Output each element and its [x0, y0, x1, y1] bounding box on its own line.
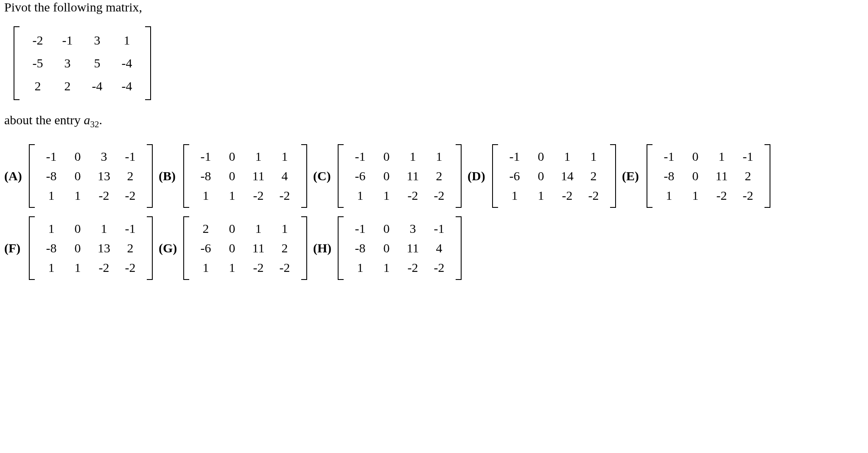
option-label: (A) [4, 169, 25, 183]
matrix-cell: 0 [528, 147, 554, 166]
matrix-cell: -1 [501, 147, 528, 166]
matrix-cell: 0 [528, 166, 554, 186]
matrix-cell: 2 [193, 219, 219, 238]
matrix-row: -1011 [501, 147, 607, 166]
matrix-cell: -1 [38, 147, 64, 166]
matrix-row: 11-2-2 [656, 186, 761, 205]
option-matrix: 2011-6011211-2-2 [183, 216, 307, 280]
matrix-row: 11-2-2 [38, 258, 143, 277]
matrix-cell: -2 [400, 258, 426, 277]
matrix-cell: -2 [245, 186, 272, 205]
matrix-cell: 1 [112, 29, 142, 52]
matrix-cell: 3 [91, 147, 117, 166]
question-line-1: Pivot the following matrix, [4, 0, 864, 14]
matrix-cell: -6 [193, 238, 219, 258]
matrix-cell: 2 [23, 75, 53, 98]
matrix-cell: -2 [426, 186, 452, 205]
matrix-body: 2011-6011211-2-2 [189, 216, 301, 280]
matrix-cell: 11 [245, 166, 272, 186]
matrix-cell: -2 [272, 186, 298, 205]
answer-option: (H)-103-1-8011411-2-2 [313, 215, 464, 282]
matrix-row: -80132 [38, 166, 143, 186]
matrix-row: 11-2-2 [193, 258, 298, 277]
matrix-cell: -8 [193, 166, 219, 186]
matrix-row: -80114 [347, 238, 452, 258]
matrix-cell: 1 [219, 186, 245, 205]
matrix-cell: -2 [708, 186, 735, 205]
option-label: (G) [159, 241, 180, 255]
matrix-cell: -2 [426, 258, 452, 277]
matrix-row: -2-131 [23, 29, 142, 52]
bracket-right-icon [301, 216, 307, 280]
matrix-cell: -5 [23, 52, 53, 75]
matrix-cell: 0 [373, 219, 400, 238]
matrix-cell: 13 [91, 166, 117, 186]
matrix-cell: 1 [245, 219, 272, 238]
question-subscript: 32 [90, 119, 99, 129]
matrix-cell: -1 [347, 219, 373, 238]
matrix-row: -60112 [347, 166, 452, 186]
matrix-cell: -2 [91, 258, 117, 277]
matrix-cell: 2 [117, 238, 143, 258]
bracket-right-icon [764, 144, 770, 208]
matrix-cell: 0 [219, 219, 245, 238]
bracket-left-icon [338, 144, 344, 208]
matrix-cell: 1 [272, 219, 298, 238]
matrix-cell: 4 [426, 238, 452, 258]
matrix-cell: 3 [400, 219, 426, 238]
answer-option: (D)-1011-6014211-2-2 [468, 143, 619, 210]
matrix-cell: 2 [426, 166, 452, 186]
matrix-cell: 1 [64, 186, 91, 205]
matrix-cell: 2 [53, 75, 82, 98]
matrix-cell: 1 [193, 258, 219, 277]
matrix-cell: 1 [64, 258, 91, 277]
matrix-body: -1011-8011411-2-2 [189, 144, 301, 208]
matrix-cell: -1 [53, 29, 82, 52]
answer-option: (C)-1011-6011211-2-2 [313, 143, 464, 210]
matrix-cell: 2 [272, 238, 298, 258]
matrix-cell: 1 [373, 186, 400, 205]
matrix-row: -80114 [193, 166, 298, 186]
matrix-cell: -2 [735, 186, 761, 205]
bracket-left-icon [29, 216, 35, 280]
matrix-cell: 1 [580, 147, 607, 166]
matrix-cell: -1 [193, 147, 219, 166]
matrix-cell: 0 [219, 166, 245, 186]
matrix-cell: -1 [347, 147, 373, 166]
matrix-cell: -8 [347, 238, 373, 258]
bracket-right-icon [301, 144, 307, 208]
matrix-cell: 0 [373, 166, 400, 186]
matrix-cell: 1 [38, 258, 64, 277]
matrix-cell: -8 [38, 238, 64, 258]
matrix-row: -80132 [38, 238, 143, 258]
matrix-cell: -4 [82, 75, 112, 98]
matrix-cell: -4 [112, 52, 142, 75]
bracket-left-icon [183, 144, 189, 208]
matrix-cell: 1 [91, 219, 117, 238]
main-matrix-container: -2-131-535-422-4-4 [11, 25, 864, 102]
matrix-cell: -2 [554, 186, 580, 205]
matrix-cell: 11 [400, 238, 426, 258]
matrix-cell: -8 [656, 166, 682, 186]
option-matrix: -1011-6014211-2-2 [492, 144, 616, 208]
matrix-cell: 3 [82, 29, 112, 52]
matrix-row: -60142 [501, 166, 607, 186]
answer-option: (B)-1011-8011411-2-2 [159, 143, 310, 210]
matrix-cell: 1 [682, 186, 708, 205]
matrix-cell: -2 [400, 186, 426, 205]
answer-option: (A)-103-1-8013211-2-2 [4, 143, 155, 210]
matrix-cell: 2 [735, 166, 761, 186]
answer-option: (G)2011-6011211-2-2 [159, 215, 310, 282]
matrix-cell: 1 [38, 186, 64, 205]
option-label: (H) [313, 241, 334, 255]
bracket-left-icon [338, 216, 344, 280]
matrix-cell: 1 [656, 186, 682, 205]
matrix-row: -101-1 [656, 147, 761, 166]
matrix-cell: -6 [347, 166, 373, 186]
matrix-cell: 0 [64, 166, 91, 186]
answer-options: (A)-103-1-8013211-2-2(B)-1011-8011411-2-… [4, 143, 864, 287]
matrix-body: -103-1-8011411-2-2 [344, 216, 456, 280]
matrix-row: 11-2-2 [38, 186, 143, 205]
matrix-cell: 14 [554, 166, 580, 186]
question-variable: a [84, 113, 90, 127]
